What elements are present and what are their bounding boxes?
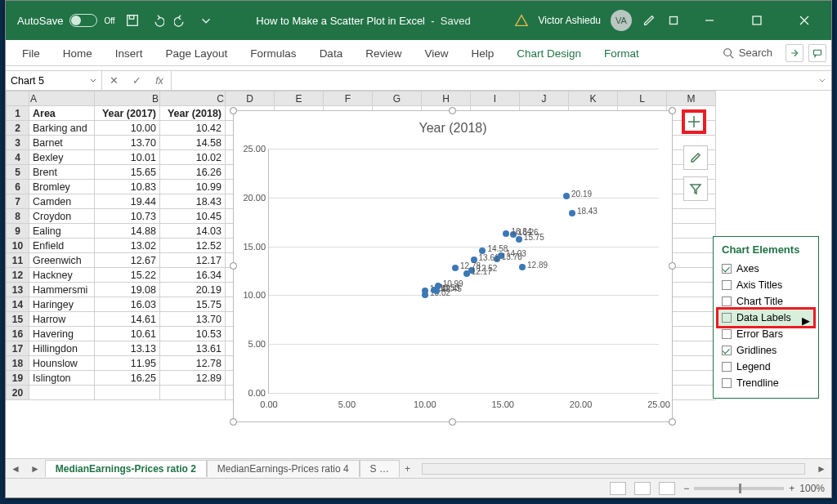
cell[interactable]: 13.13 bbox=[95, 341, 160, 356]
row-header[interactable]: 8 bbox=[7, 209, 29, 224]
sheet-tab[interactable]: S … bbox=[360, 460, 400, 477]
autosave-toggle[interactable]: AutoSave Off bbox=[17, 14, 115, 27]
cell[interactable]: 15.75 bbox=[160, 297, 226, 312]
cell[interactable] bbox=[95, 386, 160, 400]
cell[interactable]: Hammersmi bbox=[29, 283, 95, 297]
cell[interactable]: 10.53 bbox=[160, 327, 226, 341]
cell[interactable]: 10.45 bbox=[160, 209, 226, 224]
column-header-I[interactable]: I bbox=[471, 91, 520, 106]
cell[interactable]: 15.65 bbox=[95, 165, 160, 180]
cell[interactable]: 20.19 bbox=[160, 283, 226, 297]
chart-element-axes[interactable]: Axes bbox=[718, 261, 813, 277]
resize-handle[interactable] bbox=[449, 418, 456, 426]
cell[interactable] bbox=[667, 356, 716, 371]
chart-element-trendline[interactable]: Trendline bbox=[718, 375, 813, 391]
cell[interactable] bbox=[667, 386, 716, 400]
resize-handle[interactable] bbox=[449, 107, 456, 114]
column-header-A[interactable]: A bbox=[29, 91, 95, 106]
cell[interactable] bbox=[667, 268, 716, 283]
search-box[interactable]: Search bbox=[723, 47, 781, 59]
submenu-arrow-icon[interactable]: ▶ bbox=[802, 314, 810, 327]
checkbox[interactable] bbox=[722, 329, 732, 339]
data-label[interactable]: 13.70 bbox=[502, 252, 522, 261]
cell[interactable]: 10.00 bbox=[95, 121, 160, 136]
data-label[interactable]: 12.89 bbox=[527, 261, 548, 270]
sheet-nav-prev[interactable]: ◄ bbox=[6, 463, 25, 475]
row-header[interactable]: 18 bbox=[7, 356, 29, 371]
column-header-D[interactable]: D bbox=[226, 91, 275, 106]
cancel-icon[interactable]: ✕ bbox=[102, 71, 125, 90]
resize-handle[interactable] bbox=[230, 262, 237, 270]
checkbox[interactable] bbox=[722, 313, 732, 323]
resize-handle[interactable] bbox=[230, 107, 237, 114]
scroll-right-icon[interactable]: ► bbox=[812, 463, 831, 475]
row-header[interactable]: 9 bbox=[7, 224, 29, 239]
cell[interactable]: Haringey bbox=[29, 297, 95, 312]
cell[interactable]: 15.22 bbox=[95, 268, 160, 283]
cell[interactable] bbox=[160, 386, 226, 400]
data-point[interactable] bbox=[519, 264, 526, 270]
resize-handle[interactable] bbox=[669, 418, 676, 426]
formula-input[interactable] bbox=[171, 71, 831, 90]
redo-icon[interactable] bbox=[174, 13, 189, 28]
cell[interactable] bbox=[667, 327, 716, 341]
row-header[interactable]: 20 bbox=[7, 386, 29, 400]
cell[interactable] bbox=[29, 386, 95, 400]
data-point[interactable] bbox=[563, 193, 570, 199]
tab-chart-design[interactable]: Chart Design bbox=[505, 42, 593, 65]
maximize-button[interactable] bbox=[738, 1, 776, 40]
column-header-M[interactable]: M bbox=[667, 91, 716, 106]
cell[interactable]: 10.83 bbox=[95, 180, 160, 194]
enter-icon[interactable]: ✓ bbox=[125, 71, 148, 90]
expand-formula-icon[interactable] bbox=[818, 76, 826, 87]
row-header[interactable]: 4 bbox=[7, 150, 29, 165]
cell[interactable]: 13.02 bbox=[95, 239, 160, 253]
chart-element-axis-titles[interactable]: Axis Titles bbox=[718, 277, 813, 293]
cell[interactable]: Brent bbox=[29, 165, 95, 180]
row-header[interactable]: 1 bbox=[7, 106, 29, 121]
tab-file[interactable]: File bbox=[11, 42, 51, 65]
cell[interactable]: Year (2018) bbox=[160, 106, 226, 121]
checkbox[interactable] bbox=[722, 280, 732, 290]
row-header[interactable]: 12 bbox=[7, 268, 29, 283]
checkbox[interactable] bbox=[722, 346, 732, 355]
checkbox[interactable] bbox=[722, 264, 732, 274]
save-icon[interactable] bbox=[125, 13, 140, 28]
sheet-tab-active[interactable]: MedianEarnings-Prices ratio 2 bbox=[45, 460, 207, 477]
cell[interactable]: 14.03 bbox=[160, 224, 226, 239]
cell[interactable]: 10.99 bbox=[160, 180, 226, 194]
row-header[interactable]: 10 bbox=[7, 239, 29, 253]
cell[interactable]: Bexley bbox=[29, 150, 95, 165]
data-label[interactable]: 20.19 bbox=[571, 190, 592, 198]
cell[interactable]: 10.61 bbox=[95, 327, 160, 341]
zoom-in-button[interactable]: + bbox=[789, 483, 794, 494]
checkbox[interactable] bbox=[722, 362, 732, 372]
tab-page-layout[interactable]: Page Layout bbox=[154, 42, 239, 65]
row-header[interactable]: 6 bbox=[7, 180, 29, 194]
chart-title[interactable]: Year (2018) bbox=[234, 111, 672, 139]
data-label[interactable]: 10.53 bbox=[439, 283, 459, 292]
tab-insert[interactable]: Insert bbox=[104, 42, 154, 65]
cell[interactable]: 12.17 bbox=[160, 253, 226, 268]
cell[interactable] bbox=[667, 224, 716, 239]
cell[interactable] bbox=[667, 297, 716, 312]
horizontal-scrollbar[interactable] bbox=[422, 463, 805, 475]
chevron-down-icon[interactable] bbox=[90, 78, 96, 84]
tab-data[interactable]: Data bbox=[308, 42, 355, 65]
data-point[interactable] bbox=[463, 270, 470, 277]
chart-element-error-bars[interactable]: Error Bars bbox=[718, 326, 813, 342]
row-header[interactable]: 11 bbox=[7, 253, 29, 268]
cell[interactable]: 10.02 bbox=[160, 150, 226, 165]
row-header[interactable]: 3 bbox=[7, 136, 29, 150]
page-layout-view-button[interactable] bbox=[634, 482, 651, 495]
qat-menu-icon[interactable] bbox=[199, 13, 213, 28]
plot-area[interactable]: 0.005.0010.0015.0020.0025.000.005.0010.0… bbox=[268, 149, 659, 394]
chart-elements-button[interactable] bbox=[682, 109, 706, 134]
cell[interactable]: Harrow bbox=[29, 312, 95, 327]
row-header[interactable]: 15 bbox=[7, 312, 29, 327]
fx-icon[interactable]: fx bbox=[148, 71, 171, 90]
row-header[interactable]: 17 bbox=[7, 341, 29, 356]
tab-view[interactable]: View bbox=[413, 42, 459, 65]
chart-filters-button[interactable] bbox=[683, 176, 708, 201]
cell[interactable]: 19.44 bbox=[95, 194, 160, 209]
